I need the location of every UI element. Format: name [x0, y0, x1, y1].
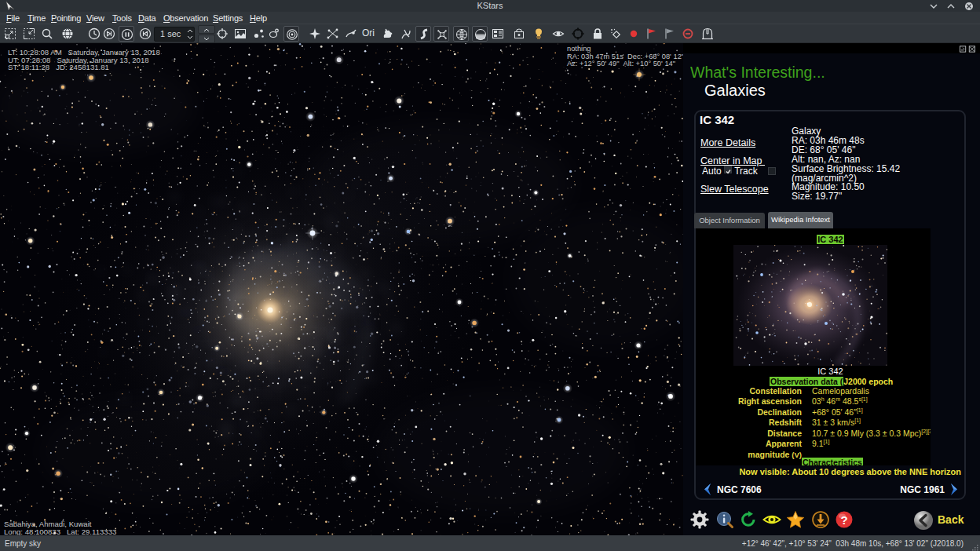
- svg-text:?: ?: [840, 513, 847, 527]
